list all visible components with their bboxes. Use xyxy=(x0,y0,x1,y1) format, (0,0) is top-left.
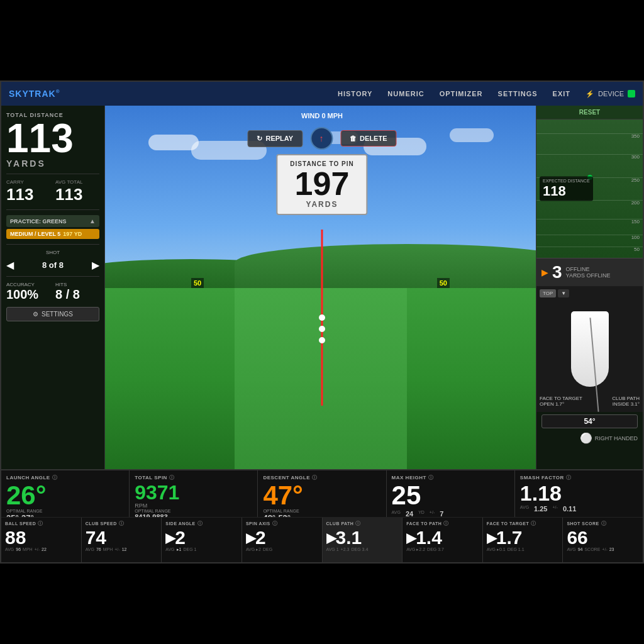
club-path-line xyxy=(589,318,599,412)
logo-text: SKYTRAK xyxy=(9,89,56,99)
club-path-stat-info[interactable]: ⓘ xyxy=(355,520,361,527)
face-to-target-stat-value: ▸1.7 xyxy=(487,528,559,547)
hits-label: HITS xyxy=(55,282,99,287)
total-spin-info[interactable]: ⓘ xyxy=(169,474,175,481)
map-yardage-200: 200 xyxy=(631,200,640,206)
shot-prev-button[interactable]: ◀ xyxy=(6,259,14,271)
smash-factor-value: 1.18 xyxy=(520,482,638,504)
view-dropdown[interactable]: ▼ xyxy=(558,289,569,297)
view-toggle: TOP ▼ xyxy=(540,289,569,297)
side-angle-title: SIDE ANGLE ⓘ xyxy=(165,520,238,527)
carry-value: 113 xyxy=(6,185,50,204)
expected-distance-box: EXPECTED DISTANCE 118 xyxy=(540,177,593,201)
club-image xyxy=(571,311,609,387)
club-speed-title: CLUB SPEED ⓘ xyxy=(86,520,158,527)
stats-bar: LAUNCH ANGLE ⓘ 26° OPTIMAL RANGE 25°-37°… xyxy=(1,469,643,517)
wind-display: WIND 0 MPH xyxy=(301,112,343,119)
wind-label: WIND 0 MPH xyxy=(301,112,343,119)
side-angle-value: ▸2 xyxy=(165,528,238,547)
shot-next-button[interactable]: ▶ xyxy=(92,259,99,271)
shot-score-title: SHOT SCORE ⓘ xyxy=(567,520,639,527)
ball-speed-info[interactable]: ⓘ xyxy=(38,520,43,527)
gear-icon: ⚙ xyxy=(33,311,38,318)
launch-angle-info[interactable]: ⓘ xyxy=(52,474,58,481)
offline-value: 3 xyxy=(552,262,562,282)
practice-arrow: ▲ xyxy=(89,218,96,225)
compass: ↑ xyxy=(310,127,333,150)
shot-label: SHOT xyxy=(6,250,99,255)
descent-angle-info[interactable]: ⓘ xyxy=(312,474,318,481)
stat-face-to-path: FACE TO PATH ⓘ ▸1.4 AVG ▸2.2DEG 3.7 xyxy=(402,518,483,562)
right-panel: RESET 350 300 250 200 150 100 50 EXPECTE… xyxy=(536,106,643,470)
launch-angle-value: 26° xyxy=(6,482,124,509)
degree-badge: 54° xyxy=(541,414,638,428)
replay-icon: ↻ xyxy=(257,135,262,143)
face-to-target-stat-title: FACE TO TARGET ⓘ xyxy=(487,520,559,527)
left-panel: TOTAL DISTANCE 113 YARDS CARRY 113 AVG T… xyxy=(1,106,105,470)
max-height-info[interactable]: ⓘ xyxy=(428,474,434,481)
club-view: TOP ▼ FACE TO TARGET OPEN 1.7° CLUB PATH… xyxy=(536,286,643,412)
club-path-info: CLUB PATH INSIDE 3.1° xyxy=(612,396,640,407)
ball-speed-value: 88 xyxy=(5,528,77,547)
offline-arrow-icon: ▶ xyxy=(541,267,548,277)
shot-score-info[interactable]: ⓘ xyxy=(601,520,607,527)
handed-label-text: RIGHT HANDED xyxy=(595,435,638,441)
delete-button[interactable]: 🗑 DELETE xyxy=(340,130,396,147)
settings-button[interactable]: ⚙ SETTINGS xyxy=(6,307,99,321)
accuracy-label: ACCURACY xyxy=(6,282,50,287)
smash-factor-title: SMASH FACTOR ⓘ xyxy=(520,474,638,481)
total-spin-value: 9371 xyxy=(135,482,252,502)
header: SKYTRAK® HISTORY NUMERIC OPTIMIZER SETTI… xyxy=(1,82,643,106)
side-angle-sub: AVG▸1 DEG 1 xyxy=(165,547,238,552)
map-yardage-350: 350 xyxy=(631,133,640,139)
replay-button[interactable]: ↻ REPLAY xyxy=(247,130,303,147)
pin-dot-3 xyxy=(319,337,325,343)
nav-history[interactable]: HISTORY xyxy=(330,87,380,100)
stat-descent-angle: DESCENT ANGLE ⓘ 47° OPTIMAL RANGE 48°-53… xyxy=(258,470,386,517)
level-bar: MEDIUM / LEVEL 5 197 YD xyxy=(6,229,99,239)
spin-axis-value: ▸2 xyxy=(246,528,318,547)
face-to-target-stat-info[interactable]: ⓘ xyxy=(531,520,536,527)
launch-angle-range-label: OPTIMAL RANGE xyxy=(6,509,124,513)
practice-bar[interactable]: PRACTICE: GREENS ▲ xyxy=(6,215,99,227)
stat-total-spin: TOTAL SPIN ⓘ 9371 RPM OPTIMAL RANGE 8419… xyxy=(130,470,258,517)
delete-label: DELETE xyxy=(360,135,387,142)
club-path-stat-title: CLUB PATH ⓘ xyxy=(326,520,399,527)
stat-launch-angle: LAUNCH ANGLE ⓘ 26° OPTIMAL RANGE 25°-37° xyxy=(1,470,130,517)
club-speed-value: 74 xyxy=(86,528,158,547)
spin-axis-info[interactable]: ⓘ xyxy=(272,520,278,527)
nav-optimizer[interactable]: OPTIMIZER xyxy=(432,87,491,100)
practice-label: PRACTICE: GREENS xyxy=(10,218,67,225)
replay-label: REPLAY xyxy=(265,135,293,142)
descent-angle-value: 47° xyxy=(263,482,380,509)
face-to-path-info[interactable]: ⓘ xyxy=(443,520,449,527)
stat-club-path: CLUB PATH ⓘ ▸3.1 AVG 1+2.3DEG 3.4 xyxy=(323,518,403,562)
action-buttons: ↻ REPLAY ↑ 🗑 DELETE xyxy=(247,127,396,150)
stat-smash-factor: SMASH FACTOR ⓘ 1.18 AVG 1.25 +/- 0.11 xyxy=(515,470,643,517)
level-yds: 197 YD xyxy=(63,231,82,237)
hits-value: 8 / 8 xyxy=(55,287,99,302)
nav-settings[interactable]: SETTINGS xyxy=(491,87,545,100)
face-target-label: FACE TO TARGET xyxy=(540,396,582,401)
stats-bar-2: BALL SPEED ⓘ 88 AVG96 MPH +/-22 CLUB SPE… xyxy=(1,517,643,562)
device-label: DEVICE xyxy=(598,90,624,97)
map-yardage-250: 250 xyxy=(631,177,640,183)
club-speed-info[interactable]: ⓘ xyxy=(119,520,125,527)
pin-dots xyxy=(319,314,325,343)
stat-club-speed: CLUB SPEED ⓘ 74 AVG76 MPH +/-12 xyxy=(82,518,162,562)
smash-factor-info[interactable]: ⓘ xyxy=(566,474,572,481)
club-speed-sub: AVG76 MPH +/-12 xyxy=(86,547,158,552)
stat-spin-axis: SPIN AXIS ⓘ ▸2 AVG ▸2DEG xyxy=(242,518,323,562)
descent-angle-range-label: OPTIMAL RANGE xyxy=(263,509,380,513)
side-angle-info[interactable]: ⓘ xyxy=(197,520,203,527)
view-top-button[interactable]: TOP xyxy=(540,289,556,297)
club-path-sub: INSIDE 3.1° xyxy=(612,401,640,407)
club-path-stat-sub: AVG 1+2.3DEG 3.4 xyxy=(326,547,399,552)
nav-exit[interactable]: EXIT xyxy=(545,87,578,100)
ball-speed-sub: AVG96 MPH +/-22 xyxy=(5,547,77,552)
nav-numeric[interactable]: NUMERIC xyxy=(380,87,431,100)
reset-button[interactable]: RESET xyxy=(536,106,643,119)
offline-label: YARDS OFFLINE xyxy=(566,272,611,279)
offline-bar: ▶ 3 OFFLINE YARDS OFFLINE xyxy=(536,258,643,286)
device-dot xyxy=(628,90,635,97)
